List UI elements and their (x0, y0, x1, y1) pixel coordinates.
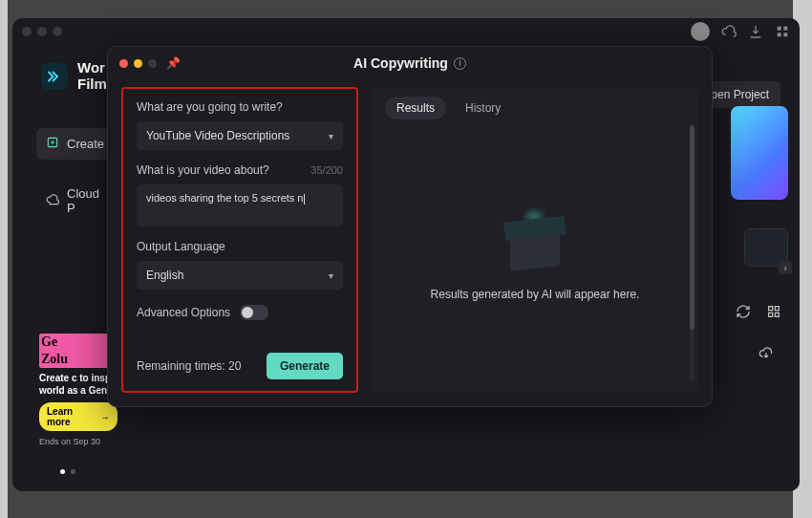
promo-learn-button[interactable]: Learn more → (39, 402, 118, 431)
about-counter: 35/200 (310, 164, 343, 176)
avatar[interactable] (691, 22, 710, 41)
carousel-dots[interactable] (60, 469, 75, 474)
promo-logo: GeZolu (39, 334, 118, 368)
chevron-right-icon[interactable]: › (779, 261, 792, 274)
main-titlebar (12, 18, 800, 45)
svg-rect-2 (778, 32, 781, 36)
advanced-options-label: Advanced Options (137, 306, 230, 319)
tab-results[interactable]: Results (385, 97, 446, 119)
about-label: What is your video about? (137, 163, 269, 177)
output-language-select[interactable]: English ▾ (137, 261, 343, 290)
grid-menu-icon[interactable] (775, 24, 790, 39)
svg-rect-0 (778, 27, 781, 31)
output-language-label: Output Language (137, 240, 343, 253)
main-traffic-lights[interactable] (22, 27, 62, 36)
cloud-sync-icon[interactable] (721, 24, 737, 39)
text-cursor (304, 194, 305, 205)
cloud-download-icon[interactable] (758, 345, 775, 362)
results-empty-message: Results generated by AI will appear here… (431, 288, 640, 301)
advanced-options-toggle[interactable] (240, 305, 268, 320)
about-textarea[interactable]: videos sharing the top 5 secrets n (137, 184, 343, 227)
generate-button[interactable]: Generate (267, 353, 343, 379)
modal-titlebar: 📌 AI Copywriting i (108, 47, 712, 79)
promo-card[interactable]: GeZolu Create c to inspi world as a Gen … (39, 334, 118, 446)
write-type-label: What are you going to write? (137, 100, 343, 114)
remaining-times: Remaining times: 20 (137, 359, 241, 373)
promo-text: Create c to inspi world as a Gen Z (39, 372, 118, 397)
arrow-right-icon: → (100, 412, 110, 422)
sidebar-item-create[interactable]: Create (36, 128, 118, 160)
pin-icon[interactable]: 📌 (166, 56, 181, 70)
empty-box-icon (497, 211, 573, 272)
write-type-select[interactable]: YouTube Video Descriptions ▾ (137, 121, 343, 150)
svg-rect-7 (769, 313, 773, 316)
svg-rect-8 (775, 313, 779, 316)
scrollbar[interactable] (690, 125, 694, 381)
app-brand: Wor Film (41, 60, 107, 92)
plus-icon (46, 136, 59, 152)
about-value: videos sharing the top 5 secrets n (146, 192, 303, 204)
refresh-icon[interactable] (735, 303, 752, 320)
modal-title: AI Copywriting (353, 55, 448, 71)
sidebar-create-label: Create (67, 137, 104, 151)
sidebar-item-cloud[interactable]: Cloud P (36, 179, 118, 223)
input-panel: What are you going to write? YouTube Vid… (121, 87, 358, 393)
sidebar-cloud-label: Cloud P (67, 186, 108, 215)
app-logo-icon (41, 63, 68, 90)
brand-line1: Wor (77, 60, 107, 76)
info-icon[interactable]: i (454, 57, 466, 70)
promo-end-date: Ends on Sep 30 (39, 437, 118, 446)
download-icon[interactable] (748, 24, 763, 39)
scrollbar-thumb[interactable] (690, 125, 694, 330)
grid-view-icon[interactable] (765, 303, 782, 320)
modal-traffic-lights[interactable] (119, 59, 157, 68)
output-language-value: English (146, 269, 183, 282)
chevron-down-icon: ▾ (329, 270, 333, 281)
write-type-value: YouTube Video Descriptions (146, 129, 289, 142)
brand-line2: Film (77, 76, 107, 93)
chevron-down-icon: ▾ (329, 131, 333, 141)
ai-copywriting-modal: 📌 AI Copywriting i What are you going to… (107, 46, 713, 407)
svg-rect-5 (769, 307, 773, 311)
tab-history[interactable]: History (454, 97, 512, 119)
svg-rect-3 (783, 32, 787, 36)
svg-rect-6 (775, 307, 779, 311)
recent-project-thumbnail[interactable] (731, 106, 788, 200)
results-panel: Results History Results generated by AI … (372, 87, 698, 393)
cloud-icon (46, 193, 59, 209)
svg-rect-1 (783, 27, 787, 31)
